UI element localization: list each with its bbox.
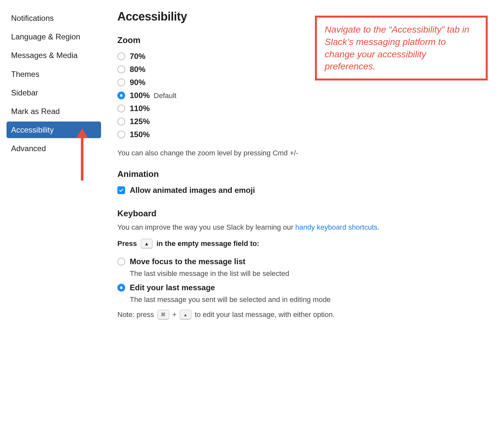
radio-icon (117, 105, 125, 112)
sidebar-item-advanced[interactable]: Advanced (7, 140, 101, 157)
zoom-option-100[interactable]: 100% Default (117, 89, 488, 102)
keyboard-note: Note: press ⌘ + ▴ to edit your last mess… (117, 310, 488, 320)
keyboard-note-suffix: to edit your last message, with either o… (195, 310, 334, 319)
keyboard-option-move-focus[interactable]: Move focus to the message list (117, 255, 488, 268)
main-panel: Navigate to the “Accessibility” tab in S… (117, 10, 497, 320)
animation-heading: Animation (117, 169, 488, 179)
zoom-option-label: 70% (130, 52, 145, 61)
zoom-option-label: 100% (130, 91, 150, 100)
zoom-option-110[interactable]: 110% (117, 102, 488, 115)
annotation-callout: Navigate to the “Accessibility” tab in S… (315, 16, 488, 80)
keyboard-note-prefix: Note: press (117, 310, 154, 319)
keyboard-option-subtext: The last visible message in the list wil… (130, 269, 488, 278)
keyboard-intro-suffix: . (378, 223, 379, 231)
up-key-icon: ▴ (180, 310, 191, 320)
cmd-key-icon: ⌘ (157, 310, 169, 320)
zoom-hint: You can also change the zoom level by pr… (117, 149, 488, 157)
zoom-option-150[interactable]: 150% (117, 128, 488, 141)
keyboard-intro: You can improve the way you use Slack by… (117, 223, 488, 232)
zoom-option-label: 125% (130, 117, 150, 126)
zoom-option-label: 80% (130, 65, 145, 74)
radio-icon (117, 118, 125, 125)
radio-icon (117, 65, 125, 73)
sidebar: Notifications Language & Region Messages… (7, 10, 101, 320)
sidebar-item-messages-media[interactable]: Messages & Media (7, 47, 101, 64)
keyboard-heading: Keyboard (117, 208, 488, 219)
sidebar-item-notifications[interactable]: Notifications (7, 10, 101, 26)
radio-icon (117, 52, 125, 60)
keyboard-option-edit-last[interactable]: Edit your last message (117, 281, 488, 294)
sidebar-item-language-region[interactable]: Language & Region (7, 28, 101, 45)
sidebar-item-accessibility[interactable]: Accessibility (7, 122, 101, 138)
zoom-option-label: 110% (130, 104, 150, 113)
zoom-option-suffix: Default (154, 92, 177, 100)
keyboard-option-label: Edit your last message (130, 283, 215, 292)
keyboard-press-line: Press ▴ in the empty message field to: (117, 239, 488, 249)
keyboard-press-prefix: Press (117, 239, 137, 248)
keyboard-note-plus: + (172, 310, 177, 319)
sidebar-item-sidebar[interactable]: Sidebar (7, 84, 101, 101)
keyboard-shortcuts-link[interactable]: handy keyboard shortcuts (295, 223, 378, 231)
keyboard-option-subtext: The last message you sent will be select… (130, 295, 488, 304)
radio-icon (117, 131, 125, 138)
annotation-text: Navigate to the “Accessibility” tab in S… (325, 24, 469, 71)
radio-icon (117, 92, 125, 99)
radio-icon (117, 79, 125, 86)
animation-allow-label: Allow animated images and emoji (130, 186, 255, 195)
radio-icon (117, 258, 125, 266)
checkbox-icon (117, 186, 125, 194)
keyboard-intro-prefix: You can improve the way you use Slack by… (117, 223, 295, 231)
keyboard-press-suffix: in the empty message field to: (156, 239, 259, 248)
up-key-icon: ▴ (141, 239, 153, 249)
sidebar-item-themes[interactable]: Themes (7, 66, 101, 82)
animation-allow-checkbox[interactable]: Allow animated images and emoji (117, 184, 488, 197)
radio-icon (117, 284, 125, 292)
sidebar-item-mark-as-read[interactable]: Mark as Read (7, 103, 101, 120)
zoom-option-125[interactable]: 125% (117, 115, 488, 128)
keyboard-option-label: Move focus to the message list (130, 257, 245, 266)
zoom-option-label: 150% (130, 130, 150, 139)
zoom-option-label: 90% (130, 78, 145, 87)
